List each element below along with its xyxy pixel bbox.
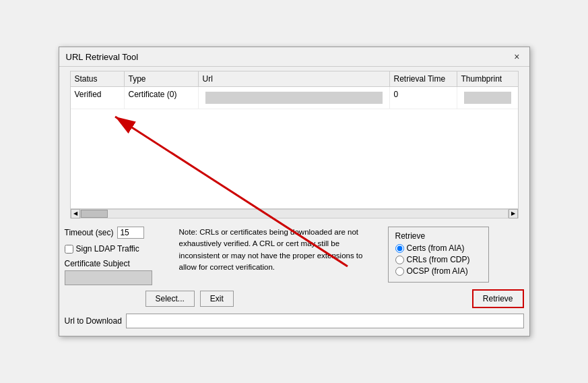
title-bar: URL Retrieval Tool ×: [59, 47, 529, 67]
radio-ocsp-input[interactable]: [395, 267, 404, 276]
radio-certs-input[interactable]: [395, 244, 404, 253]
retrieve-group-label: Retrieve: [395, 231, 482, 241]
left-controls: Timeout (sec) Sign LDAP Traffic Certific…: [65, 227, 172, 285]
radio-crls: CRLs (from CDP): [395, 255, 482, 264]
radio-ocsp-label: OCSP (from AIA): [407, 266, 468, 276]
url-download-row: Url to Download: [65, 314, 524, 328]
cell-thumbprint: [457, 87, 518, 109]
ldap-checkbox-row: Sign LDAP Traffic: [65, 244, 172, 254]
cert-subject-input-row: [65, 270, 172, 285]
url-download-input[interactable]: [126, 314, 524, 328]
scrollbar-thumb[interactable]: [81, 210, 108, 218]
timeout-row: Timeout (sec): [65, 227, 172, 239]
col-header-url: Url: [199, 71, 390, 86]
cell-url: [199, 87, 390, 109]
timeout-label: Timeout (sec): [65, 228, 114, 237]
cert-subject-section: Certificate Subject: [65, 259, 172, 285]
url-download-label: Url to Download: [65, 316, 122, 326]
table-row[interactable]: Verified Certificate (0) 0: [71, 87, 518, 109]
cert-subject-value: [65, 270, 152, 285]
cell-status: Verified: [71, 87, 125, 109]
scroll-right-arrow[interactable]: ▶: [509, 209, 518, 218]
scrollbar-track[interactable]: [80, 209, 509, 218]
col-header-retrieval-time: Retrieval Time: [390, 71, 457, 86]
table-container: Status Type Url Retrieval Time Thumbprin…: [65, 71, 524, 218]
col-header-status: Status: [71, 71, 125, 86]
radio-certs: Certs (from AIA): [395, 243, 482, 253]
radio-crls-label: CRLs (from CDP): [407, 255, 470, 264]
retrieve-button[interactable]: Retrieve: [472, 289, 524, 308]
horizontal-scrollbar[interactable]: ◀ ▶: [71, 208, 518, 218]
cert-subject-label: Certificate Subject: [65, 259, 172, 268]
radio-ocsp: OCSP (from AIA): [395, 266, 482, 276]
radio-certs-label: Certs (from AIA): [407, 243, 465, 253]
buttons-row: Select... Exit Retrieve: [65, 289, 524, 308]
col-header-type: Type: [125, 71, 199, 86]
table-body: Verified Certificate (0) 0: [71, 87, 518, 208]
thumbprint-value-gray: [464, 92, 511, 104]
exit-button[interactable]: Exit: [200, 291, 234, 307]
table-header: Status Type Url Retrieval Time Thumbprin…: [71, 71, 518, 87]
window-title: URL Retrieval Tool: [66, 52, 139, 62]
note-text: Note: CRLs or certificates being downloa…: [179, 227, 381, 273]
action-buttons: Select... Exit: [145, 291, 234, 307]
sign-ldap-checkbox[interactable]: [65, 245, 73, 254]
timeout-input[interactable]: [117, 227, 144, 239]
ldap-label: Sign LDAP Traffic: [76, 244, 139, 254]
url-value-gray: [205, 92, 383, 104]
bottom-section: Timeout (sec) Sign LDAP Traffic Certific…: [59, 223, 529, 332]
empty-table-space: [71, 109, 518, 197]
url-table: Status Type Url Retrieval Time Thumbprin…: [70, 71, 519, 218]
cell-type: Certificate (0): [125, 87, 199, 109]
retrieve-group: Retrieve Certs (from AIA) CRLs (from CDP…: [388, 227, 489, 283]
close-button[interactable]: ×: [511, 51, 522, 62]
main-window: URL Retrieval Tool × Status Type Url Ret…: [59, 47, 530, 336]
bottom-row1: Timeout (sec) Sign LDAP Traffic Certific…: [65, 227, 524, 285]
radio-crls-input[interactable]: [395, 256, 404, 264]
cell-retrieval-time: 0: [390, 87, 457, 109]
scroll-left-arrow[interactable]: ◀: [71, 209, 80, 218]
select-button[interactable]: Select...: [145, 291, 195, 307]
col-header-thumbprint: Thumbprint: [457, 71, 518, 86]
